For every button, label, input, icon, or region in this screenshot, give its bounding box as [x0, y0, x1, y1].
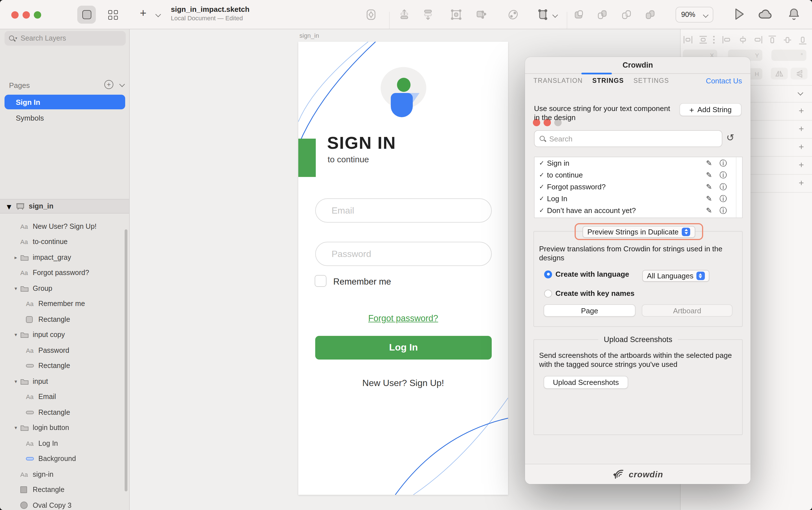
align-top-icon[interactable]: [768, 35, 777, 47]
page-button[interactable]: Page: [544, 304, 636, 317]
align-middle-vertical-icon[interactable]: [783, 35, 792, 47]
layer-row[interactable]: ▾input copy: [0, 327, 129, 342]
edit-string-icon[interactable]: ✎: [706, 171, 712, 179]
log-in-button[interactable]: Log In: [315, 336, 492, 360]
preview-play-button[interactable]: [733, 7, 746, 23]
strings-list-scrollbar[interactable]: [736, 157, 742, 217]
cloud-sync-button[interactable]: [757, 9, 774, 23]
sidebar-page-symbols[interactable]: Symbols: [4, 111, 125, 125]
create-with-language-option[interactable]: Create with language: [544, 270, 629, 278]
artboard-button[interactable]: Artboard: [642, 304, 732, 317]
chevron-right-icon[interactable]: ▸: [11, 255, 20, 260]
close-window-icon[interactable]: [11, 11, 19, 19]
add-style-button[interactable]: +: [797, 106, 806, 116]
insert-button[interactable]: +: [140, 7, 146, 20]
password-field[interactable]: Password: [315, 242, 492, 266]
section-collapse-chevron-icon[interactable]: [798, 90, 803, 95]
components-view-toggle-button[interactable]: [104, 6, 122, 24]
chevron-down-icon[interactable]: ▾: [7, 201, 13, 212]
forgot-password-link[interactable]: Forgot password?: [298, 313, 508, 324]
radio-unselected-icon[interactable]: [544, 289, 552, 297]
sidebar-scrollbar[interactable]: [125, 229, 127, 491]
string-info-icon[interactable]: ⓘ: [720, 158, 727, 168]
add-style-button[interactable]: +: [797, 142, 806, 152]
layer-row[interactable]: Oval Copy 3: [0, 498, 129, 510]
layer-row[interactable]: ▾Group: [0, 281, 129, 296]
align-center-horizontal-icon[interactable]: [738, 35, 748, 46]
tab-strings[interactable]: STRINGS: [592, 77, 624, 84]
layer-row[interactable]: Rectangle: [0, 404, 129, 420]
layer-row[interactable]: AaPassword: [0, 342, 129, 358]
preview-strings-dropdown[interactable]: Preview Strings in Duplicate: [582, 226, 695, 238]
artboard-sign-in[interactable]: SIGN IN to continue Email Password Remem…: [298, 42, 508, 495]
canvas-view-toggle-button[interactable]: [77, 6, 96, 24]
layer-row[interactable]: Rectangle: [0, 482, 129, 498]
refresh-icon[interactable]: ↻: [726, 132, 734, 144]
strings-search-input[interactable]: [549, 134, 707, 143]
distribute-vertically-icon[interactable]: [699, 35, 708, 46]
layer-row[interactable]: Rectangle: [0, 358, 129, 373]
layer-row[interactable]: Rectangle: [0, 312, 129, 327]
move-backward-icon[interactable]: [418, 6, 438, 24]
layer-row[interactable]: AaNew User? Sign Up!: [0, 219, 129, 234]
union-icon[interactable]: [569, 6, 588, 24]
layer-row[interactable]: Aato-continue: [0, 234, 129, 250]
move-forward-icon[interactable]: [395, 6, 414, 24]
zoom-select[interactable]: 90%: [675, 7, 713, 23]
more-options-dots-icon[interactable]: [713, 35, 715, 46]
tab-translation[interactable]: TRANSLATION: [533, 77, 583, 84]
layer-row[interactable]: AaRemember me: [0, 296, 129, 312]
chevron-down-icon[interactable]: ▾: [11, 379, 20, 384]
add-string-button[interactable]: + Add String: [679, 103, 742, 116]
minimize-window-icon[interactable]: [23, 11, 30, 19]
string-info-icon[interactable]: ⓘ: [720, 194, 727, 204]
edit-string-icon[interactable]: ✎: [706, 195, 712, 203]
remember-me-checkbox[interactable]: [315, 275, 326, 287]
notifications-bell-button[interactable]: [788, 7, 800, 23]
sidebar-page-sign-in[interactable]: Sign In: [4, 95, 125, 109]
strings-search-field[interactable]: [534, 130, 722, 147]
sign-up-text[interactable]: New User? Sign Up!: [298, 378, 508, 388]
layer-row[interactable]: AaForgot password?: [0, 265, 129, 281]
artboard-title-label[interactable]: sign_in: [299, 32, 319, 39]
language-select[interactable]: All Languages: [642, 270, 709, 282]
layer-row[interactable]: Background: [0, 451, 129, 467]
add-page-icon[interactable]: +: [104, 80, 113, 89]
string-row[interactable]: ✓ Don’t have an account yet? ✎ ⓘ: [534, 205, 742, 217]
layer-row[interactable]: Aasign-in: [0, 467, 129, 482]
layer-artboard-header[interactable]: ▾ sign_in: [0, 200, 129, 214]
layer-row[interactable]: ▾login button: [0, 420, 129, 436]
string-row[interactable]: ✓ to continue ✎ ⓘ: [534, 169, 742, 181]
edit-shape-icon[interactable]: [533, 6, 553, 24]
email-field[interactable]: Email: [315, 198, 492, 222]
difference-icon[interactable]: [641, 6, 660, 24]
layer-row[interactable]: ▸impact_gray: [0, 250, 129, 265]
string-row[interactable]: ✓ Log In ✎ ⓘ: [534, 193, 742, 205]
distribute-horizontally-icon[interactable]: [684, 35, 692, 46]
radio-selected-icon[interactable]: [544, 270, 552, 278]
align-right-icon[interactable]: [753, 35, 762, 46]
edit-shape-chevron-icon[interactable]: [552, 12, 558, 18]
tab-settings[interactable]: SETTINGS: [634, 77, 669, 84]
chevron-down-icon[interactable]: ▾: [11, 332, 20, 338]
string-row[interactable]: ✓ Forgot password? ✎ ⓘ: [534, 181, 742, 193]
intersect-icon[interactable]: [617, 6, 636, 24]
string-info-icon[interactable]: ⓘ: [720, 182, 727, 192]
group-icon[interactable]: [446, 6, 466, 24]
insert-chevron-icon[interactable]: [155, 11, 161, 17]
upload-screenshots-button[interactable]: Upload Screenshots: [544, 376, 628, 389]
string-info-icon[interactable]: ⓘ: [720, 170, 727, 180]
edit-string-icon[interactable]: ✎: [706, 207, 712, 215]
chevron-down-icon[interactable]: ▾: [11, 286, 20, 291]
search-input[interactable]: [21, 34, 111, 42]
add-style-button[interactable]: +: [797, 124, 806, 134]
layer-row[interactable]: AaEmail: [0, 389, 129, 404]
align-left-icon[interactable]: [722, 35, 732, 46]
layer-row[interactable]: AaLog In: [0, 436, 129, 451]
layer-row[interactable]: ▾input: [0, 373, 129, 389]
zoom-window-icon[interactable]: [34, 11, 41, 19]
symbol-diamond-icon[interactable]: [361, 6, 381, 24]
contact-us-link[interactable]: Contact Us: [706, 77, 742, 85]
ungroup-icon[interactable]: [471, 6, 491, 24]
edit-string-icon[interactable]: ✎: [706, 183, 712, 191]
